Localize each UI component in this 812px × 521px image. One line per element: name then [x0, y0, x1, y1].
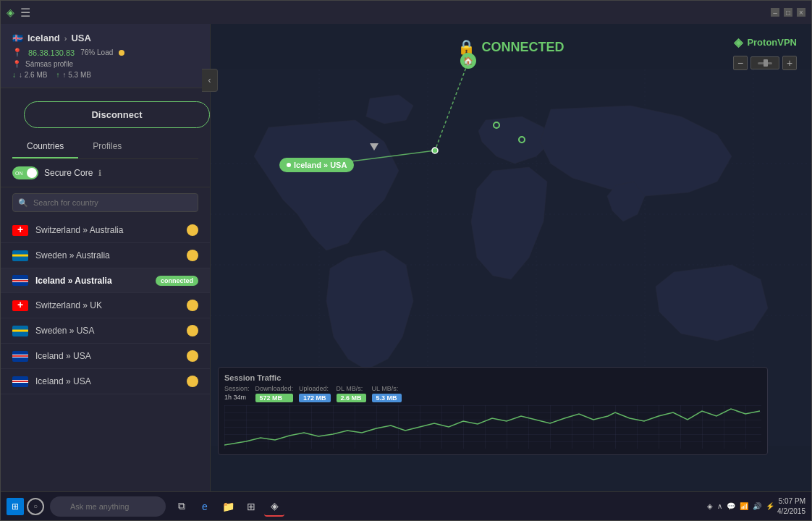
flag-sweden — [12, 250, 28, 261]
toggle-knob — [27, 168, 37, 178]
list-item[interactable]: Sweden » Australia — [1, 243, 210, 268]
list-item[interactable]: Iceland » Australia connected — [1, 268, 210, 293]
route-arrow: › — [64, 34, 67, 43]
traffic-panel: Session Traffic Session: 1h 34m Download… — [218, 367, 768, 455]
pin-icon: 📍 — [12, 48, 22, 57]
notification-icon[interactable]: 💬 — [727, 502, 735, 510]
connected-status: CONNECTED — [481, 40, 564, 55]
map-area: 🔒 CONNECTED 🏠 Iceland » USA ◈ ProtonVPN … — [211, 24, 811, 491]
connection-map-label[interactable]: Iceland » USA — [279, 158, 354, 172]
toggle-on-label: ON — [15, 171, 23, 176]
proton-logo: ◈ ProtonVPN — [734, 35, 797, 49]
home-pin[interactable]: 🏠 — [460, 53, 476, 69]
close-button[interactable]: × — [797, 8, 805, 17]
traffic-stats-row: Session: 1h 34m Downloaded: 572 MB Uploa… — [224, 385, 761, 402]
taskbar-explorer[interactable]: 📁 — [218, 496, 238, 517]
traffic-chart — [224, 405, 761, 449]
cortana-button[interactable]: ○ — [27, 498, 44, 515]
downloaded-stat: Downloaded: 572 MB — [255, 385, 294, 402]
dl-mbps-label: DL MB/s: — [337, 385, 366, 392]
tab-profiles[interactable]: Profiles — [78, 135, 136, 158]
route-to: USA — [71, 33, 90, 43]
connection-label-dot — [287, 163, 291, 167]
expand-tray-icon[interactable]: ∧ — [717, 502, 722, 510]
window-controls: – □ × — [771, 8, 805, 17]
dl-mbps-value: 2.6 MB — [337, 394, 366, 402]
list-item[interactable]: Sweden » USA — [1, 318, 210, 344]
country-list: Switzerland » Australia Sweden » Austral… — [1, 218, 210, 491]
taskbar-task-view[interactable]: ⧉ — [172, 496, 192, 517]
taskbar-search-input[interactable] — [50, 496, 166, 517]
tab-countries[interactable]: Countries — [12, 135, 78, 158]
zoom-minus-button[interactable]: − — [733, 56, 748, 70]
disconnect-button[interactable]: Disconnect — [24, 101, 210, 128]
secure-core-toggle[interactable]: ON — [12, 166, 38, 179]
map-triangle-marker — [370, 143, 378, 151]
taskbar-edge[interactable]: e — [195, 496, 215, 517]
info-icon[interactable]: ℹ — [98, 169, 101, 178]
app-icon: ◈ — [7, 7, 14, 18]
title-bar: ◈ ☰ – □ × — [1, 1, 811, 24]
hamburger-menu[interactable]: ☰ — [20, 6, 30, 20]
flag-iceland — [12, 351, 28, 362]
search-input[interactable] — [12, 193, 198, 212]
session-value: 1h 34m — [224, 394, 250, 401]
search-icon: 🔍 — [18, 198, 28, 208]
zoom-indicator — [750, 56, 779, 69]
location-icon: 📍 — [12, 60, 21, 68]
proton-icon: ◈ — [734, 35, 743, 49]
upload-arrow-icon: ↑ — [56, 71, 59, 79]
network-icon[interactable]: 📶 — [740, 502, 748, 510]
country-name: Iceland » USA — [35, 376, 179, 386]
uploaded-label: Uploaded: — [299, 385, 331, 392]
proton-tray-icon[interactable]: ◈ — [707, 502, 713, 510]
dl-mbps-stat: DL MB/s: 2.6 MB — [337, 385, 366, 402]
main-content: 🇮🇸 Iceland › USA 📍 86.38.130.83 76% Load… — [1, 24, 811, 491]
server-count-badge — [187, 325, 198, 336]
upload-value: ↑ 5.3 MB — [62, 71, 90, 79]
minimize-button[interactable]: – — [771, 8, 779, 17]
server-ip: 86.38.130.83 — [28, 48, 75, 57]
server-count-badge — [187, 300, 198, 311]
traffic-info-header: ↓ ↓ 2.6 MB ↑ ↑ 5.3 MB — [12, 71, 198, 79]
flag-iceland — [12, 376, 28, 387]
list-item[interactable]: Iceland » USA — [1, 369, 210, 394]
list-item[interactable]: Switzerland » UK — [1, 293, 210, 318]
traffic-title: Session Traffic — [224, 373, 761, 382]
flag-iceland — [12, 275, 28, 286]
flag-switzerland — [12, 225, 28, 236]
uploaded-stat: Uploaded: 172 MB — [299, 385, 331, 402]
download-arrow-icon: ↓ — [12, 71, 16, 79]
taskbar-clock: 5:07 PM 4/2/2015 — [777, 496, 805, 517]
country-name: Sweden » Australia — [35, 250, 179, 260]
zoom-controls: − + — [733, 56, 797, 70]
status-bar: 🔒 CONNECTED — [457, 38, 564, 56]
taskbar-protonvpn[interactable]: ◈ — [264, 496, 284, 517]
connection-label-text: Iceland » USA — [294, 161, 347, 169]
list-item[interactable]: Iceland » USA — [1, 344, 210, 369]
zoom-plus-button[interactable]: + — [782, 56, 797, 70]
taskbar-windows[interactable]: ⊞ — [241, 496, 261, 517]
search-box: 🔍 — [12, 193, 198, 212]
battery-icon[interactable]: ⚡ — [766, 502, 774, 510]
country-name: Switzerland » Australia — [35, 225, 179, 235]
chart-svg — [224, 405, 761, 449]
sidebar-header: 🇮🇸 Iceland › USA 📍 86.38.130.83 76% Load… — [1, 24, 210, 88]
connection-route: 🇮🇸 Iceland › USA — [12, 33, 198, 43]
app-window: ◈ ☰ – □ × 🇮🇸 Iceland › USA 📍 86.38.13 — [0, 0, 812, 521]
connected-badge: connected — [156, 276, 198, 286]
list-item[interactable]: Switzerland » Australia — [1, 218, 210, 243]
server-info: 📍 86.38.130.83 76% Load — [12, 48, 198, 57]
time-display: 5:07 PM — [777, 496, 805, 507]
tab-bar: Countries Profiles — [12, 135, 198, 159]
maximize-button[interactable]: □ — [784, 8, 792, 17]
downloaded-label: Downloaded: — [255, 385, 294, 392]
country-name: Switzerland » UK — [35, 300, 179, 310]
download-info: ↓ ↓ 2.6 MB — [12, 71, 47, 79]
collapse-sidebar-button[interactable]: ‹ — [202, 69, 218, 92]
country-name: Iceland » Australia — [35, 276, 148, 286]
server-load: 76% Load — [80, 48, 113, 56]
title-bar-left: ◈ ☰ — [7, 6, 30, 20]
start-button[interactable]: ⊞ — [7, 498, 24, 515]
sound-icon[interactable]: 🔊 — [753, 502, 761, 510]
